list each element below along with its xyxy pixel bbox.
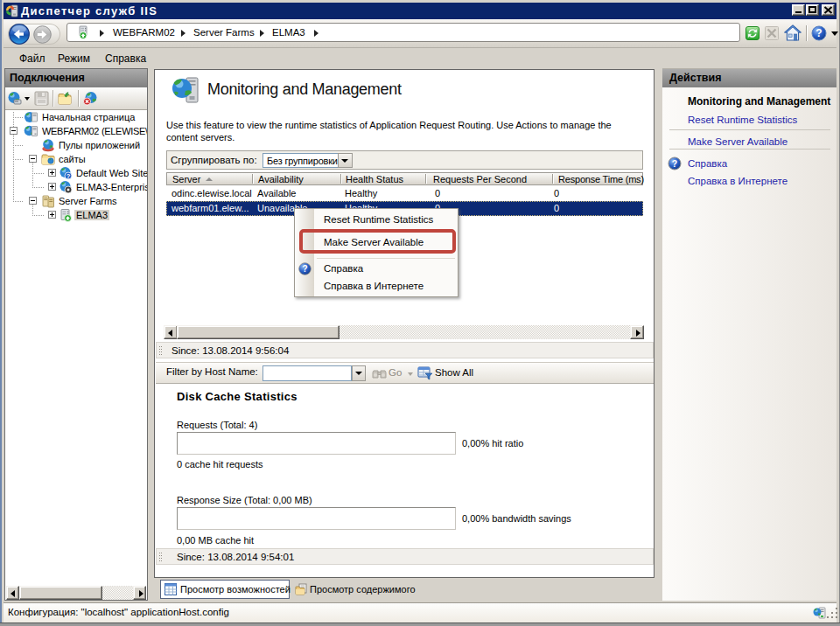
svg-text:?: ? <box>672 158 677 169</box>
svg-text:?: ? <box>302 264 307 274</box>
svg-text:?: ? <box>816 27 822 39</box>
svg-text:?: ? <box>66 172 71 180</box>
